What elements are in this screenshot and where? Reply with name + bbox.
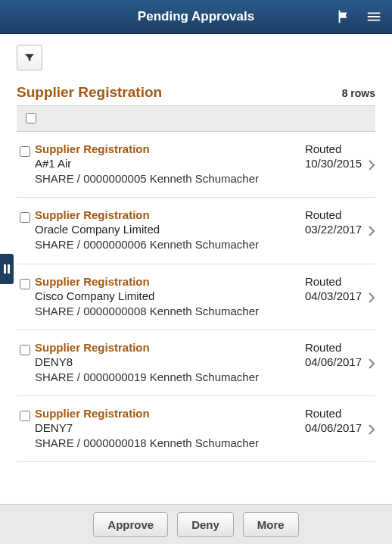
chevron-right-icon[interactable] xyxy=(368,292,375,307)
row-name: DENY7 xyxy=(35,421,292,434)
app-header: Pending Approvals xyxy=(0,0,392,34)
approvals-list: Supplier RegistrationA#1 AirSHARE / 0000… xyxy=(17,132,375,462)
svg-rect-1 xyxy=(8,264,10,274)
row-date: 03/22/2017 xyxy=(305,223,362,236)
list-item[interactable]: Supplier RegistrationDENY8SHARE / 000000… xyxy=(17,330,375,396)
row-name: A#1 Air xyxy=(35,157,292,170)
row-status: Routed xyxy=(305,407,362,420)
row-date: 04/06/2017 xyxy=(305,421,362,434)
row-status: Routed xyxy=(305,208,362,221)
filter-button[interactable] xyxy=(17,45,42,70)
deny-button[interactable]: Deny xyxy=(177,512,234,537)
rows-count: 8 rows xyxy=(342,87,375,99)
row-date: 04/06/2017 xyxy=(305,355,362,368)
section-title: Supplier Registration xyxy=(17,84,162,101)
chevron-right-icon[interactable] xyxy=(368,358,375,373)
row-type: Supplier Registration xyxy=(35,341,292,354)
row-submitter: SHARE / 0000000005 Kenneth Schumacher xyxy=(35,171,292,186)
chevron-right-icon[interactable] xyxy=(368,159,375,174)
row-type: Supplier Registration xyxy=(35,407,292,420)
row-submitter: SHARE / 0000000018 Kenneth Schumacher xyxy=(35,436,292,451)
row-checkbox[interactable] xyxy=(20,345,30,355)
row-status: Routed xyxy=(305,275,362,288)
row-submitter: SHARE / 0000000006 Kenneth Schumacher xyxy=(35,237,292,252)
chevron-right-icon[interactable] xyxy=(368,225,375,240)
select-all-bar xyxy=(17,105,375,132)
chevron-right-icon[interactable] xyxy=(368,424,375,439)
row-name: Oracle Company Limited xyxy=(35,223,292,236)
row-status: Routed xyxy=(305,142,362,155)
svg-rect-0 xyxy=(4,264,6,274)
list-item[interactable]: Supplier RegistrationCisco Company Limit… xyxy=(17,264,375,330)
row-submitter: SHARE / 0000000008 Kenneth Schumacher xyxy=(35,304,292,319)
row-type: Supplier Registration xyxy=(35,275,292,288)
side-pause-tab[interactable] xyxy=(0,254,14,284)
row-status: Routed xyxy=(305,341,362,354)
action-footer: Approve Deny More xyxy=(0,504,392,544)
row-name: Cisco Company Limited xyxy=(35,289,292,302)
row-checkbox[interactable] xyxy=(20,411,30,421)
row-type: Supplier Registration xyxy=(35,142,292,155)
content-scroll[interactable]: Supplier Registration 8 rows Supplier Re… xyxy=(0,34,392,544)
row-name: DENY8 xyxy=(35,355,292,368)
list-item[interactable]: Supplier RegistrationOracle Company Limi… xyxy=(17,198,375,264)
row-type: Supplier Registration xyxy=(35,208,292,221)
select-all-checkbox[interactable] xyxy=(26,113,36,123)
row-date: 04/03/2017 xyxy=(305,289,362,302)
menu-icon[interactable] xyxy=(359,0,389,33)
row-checkbox[interactable] xyxy=(20,146,30,157)
row-checkbox[interactable] xyxy=(20,279,30,289)
approve-button[interactable]: Approve xyxy=(93,512,168,537)
flag-icon[interactable] xyxy=(328,0,359,33)
row-date: 10/30/2015 xyxy=(305,157,362,170)
more-button[interactable]: More xyxy=(243,512,299,537)
list-item[interactable]: Supplier RegistrationA#1 AirSHARE / 0000… xyxy=(17,132,375,198)
list-item[interactable]: Supplier RegistrationDENY7SHARE / 000000… xyxy=(17,396,375,462)
row-checkbox[interactable] xyxy=(20,212,30,223)
row-submitter: SHARE / 0000000019 Kenneth Schumacher xyxy=(35,370,292,385)
